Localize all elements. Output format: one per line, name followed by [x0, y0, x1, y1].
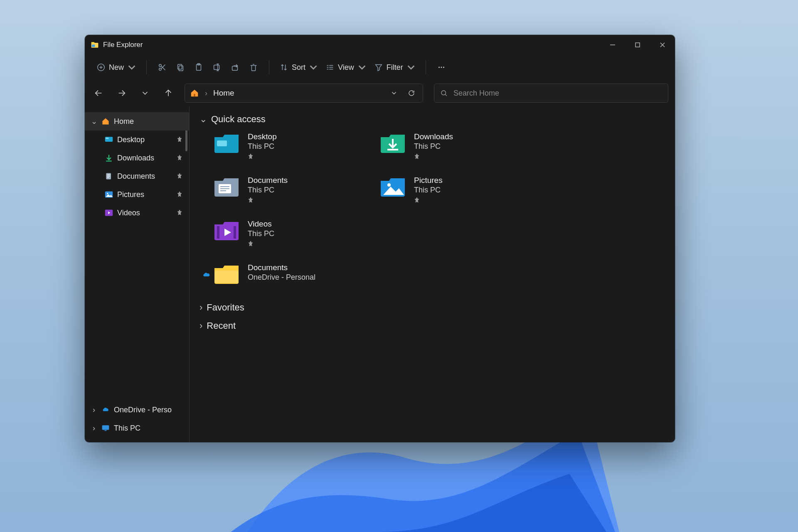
sidebar-item-label: Videos — [117, 209, 140, 217]
svg-rect-44 — [106, 138, 109, 139]
sidebar-item-home[interactable]: ⌄ Home — [85, 112, 189, 131]
pictures-icon — [105, 190, 113, 199]
folder-downloads-icon — [380, 132, 406, 154]
pin-icon — [414, 197, 443, 204]
rename-icon — [212, 63, 222, 72]
toolbar-separator — [269, 60, 269, 74]
tile-location: This PC — [248, 186, 288, 195]
tile-name: Videos — [248, 219, 274, 229]
section-title: Recent — [207, 320, 236, 331]
section-quick-access-header[interactable]: ⌄ Quick access — [200, 114, 665, 125]
navigation-pane: ⌄ Home Desktop Downloads Documents — [85, 106, 190, 442]
videos-icon — [105, 209, 113, 217]
pin-icon — [248, 197, 288, 204]
maximize-button[interactable] — [625, 35, 650, 55]
refresh-button[interactable] — [405, 87, 418, 99]
minimize-button[interactable] — [600, 35, 625, 55]
more-button[interactable] — [433, 59, 450, 76]
svg-point-35 — [441, 67, 442, 68]
arrow-right-icon — [117, 89, 126, 98]
section-recent-header[interactable]: › Recent — [200, 320, 665, 331]
svg-rect-2 — [92, 44, 95, 47]
section-favorites-header[interactable]: › Favorites — [200, 302, 665, 313]
svg-rect-40 — [194, 94, 195, 96]
sidebar-item-label: Home — [114, 117, 134, 126]
file-explorer-icon — [91, 41, 99, 49]
tile-location: This PC — [248, 142, 277, 151]
recent-locations-button[interactable] — [138, 86, 152, 100]
svg-rect-67 — [217, 226, 219, 239]
sidebar-item-pictures[interactable]: Pictures — [85, 185, 189, 204]
chevron-down-icon — [406, 63, 416, 72]
sidebar-item-onedrive[interactable]: › OneDrive - Perso — [85, 401, 189, 419]
filter-label: Filter — [387, 63, 403, 72]
copy-button[interactable] — [172, 59, 189, 76]
quick-access-item-desktop[interactable]: Desktop This PC — [214, 132, 380, 161]
chevron-down-icon — [140, 89, 150, 98]
svg-rect-58 — [217, 140, 227, 146]
svg-rect-56 — [102, 425, 109, 430]
tile-name: Downloads — [414, 132, 453, 141]
section-title: Quick access — [211, 114, 266, 125]
quick-access-item-downloads[interactable]: Downloads This PC — [380, 132, 546, 161]
documents-icon — [105, 172, 113, 180]
chevron-right-icon: › — [200, 320, 202, 331]
home-icon — [101, 117, 110, 126]
breadcrumb-separator: › — [205, 89, 207, 98]
new-button[interactable]: New — [93, 59, 140, 76]
quick-access-item-onedrive-documents[interactable]: Documents OneDrive - Personal — [214, 263, 380, 285]
new-label: New — [109, 63, 124, 72]
sidebar-item-downloads[interactable]: Downloads — [85, 149, 189, 167]
svg-rect-4 — [635, 43, 640, 47]
sidebar-item-label: Pictures — [117, 190, 144, 199]
chevron-down-icon[interactable]: ⌄ — [91, 117, 97, 126]
search-input[interactable] — [453, 89, 662, 98]
chevron-down-icon — [357, 63, 367, 72]
sidebar-item-label: Documents — [117, 172, 155, 181]
breadcrumb-home[interactable]: Home — [213, 89, 234, 98]
onedrive-icon — [101, 406, 110, 414]
svg-rect-57 — [105, 430, 107, 431]
pin-icon — [177, 172, 182, 181]
tile-location: This PC — [414, 186, 443, 195]
up-button[interactable] — [161, 86, 175, 100]
address-history-button[interactable] — [388, 87, 400, 99]
svg-rect-70 — [214, 271, 239, 283]
folder-pictures-icon — [380, 176, 406, 197]
window-body: ⌄ Home Desktop Downloads Documents — [85, 106, 675, 442]
quick-access-item-videos[interactable]: Videos This PC — [214, 219, 380, 248]
filter-button[interactable]: Filter — [371, 59, 419, 76]
sidebar-item-label: OneDrive - Perso — [114, 406, 172, 414]
svg-rect-15 — [178, 64, 182, 69]
view-icon — [325, 63, 335, 72]
close-button[interactable] — [650, 35, 675, 55]
forward-button[interactable] — [115, 86, 129, 100]
tile-location: This PC — [248, 229, 274, 238]
chevron-right-icon[interactable]: › — [91, 406, 97, 414]
svg-point-34 — [438, 67, 440, 68]
sort-button[interactable]: Sort — [276, 59, 321, 76]
view-button[interactable]: View — [322, 59, 370, 76]
quick-access-item-pictures[interactable]: Pictures This PC — [380, 176, 546, 204]
svg-point-41 — [441, 91, 446, 95]
search-bar[interactable] — [434, 84, 668, 103]
delete-button[interactable] — [245, 59, 262, 76]
filter-icon — [374, 63, 383, 72]
paste-button[interactable] — [190, 59, 207, 76]
sidebar-item-videos[interactable]: Videos — [85, 204, 189, 222]
back-button[interactable] — [91, 86, 106, 100]
cut-button[interactable] — [153, 59, 171, 76]
arrow-left-icon — [94, 89, 103, 98]
quick-access-item-documents[interactable]: Documents This PC — [214, 176, 380, 204]
quick-access-grid: Desktop This PC Downloads This PC — [214, 132, 665, 285]
address-bar[interactable]: › Home — [185, 84, 423, 103]
sidebar-item-desktop[interactable]: Desktop — [85, 131, 189, 149]
sidebar-item-this-pc[interactable]: › This PC — [85, 419, 189, 437]
share-button[interactable] — [227, 59, 244, 76]
toolbar-separator — [426, 60, 426, 74]
chevron-right-icon[interactable]: › — [91, 424, 97, 433]
pin-icon — [414, 153, 453, 161]
folder-documents-icon — [214, 176, 239, 197]
rename-button[interactable] — [208, 59, 226, 76]
sidebar-item-documents[interactable]: Documents — [85, 167, 189, 185]
